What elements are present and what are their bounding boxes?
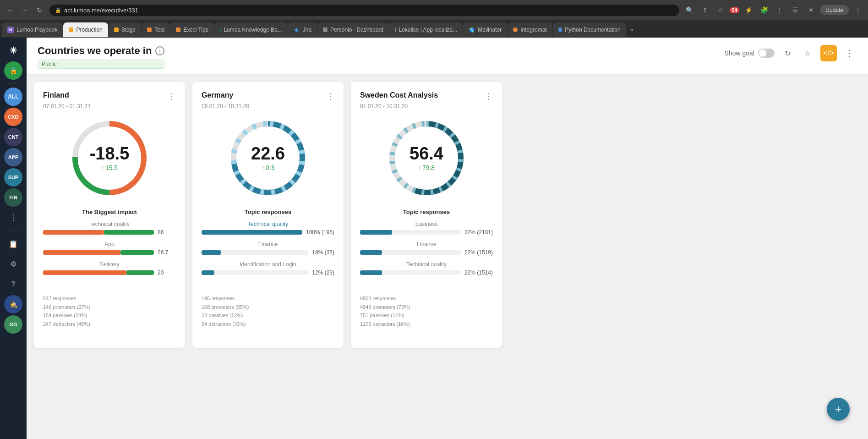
- sweden-gauge-container: 56.4 ↑ 79.8: [360, 117, 493, 199]
- tab-lokalise[interactable]: Lokalise | App localiza...: [389, 22, 463, 37]
- germany-menu[interactable]: ⋮: [326, 91, 334, 101]
- finland-topic-2-bar-row: 28.7: [43, 249, 176, 256]
- sidebar-item-app[interactable]: APP: [4, 148, 22, 166]
- tab-label-production: Production: [76, 27, 102, 33]
- finland-menu[interactable]: ⋮: [168, 91, 176, 101]
- more-options-button[interactable]: ⋮: [852, 4, 864, 16]
- sweden-topic-1-bar: [360, 230, 392, 235]
- sidebar-item-cnt[interactable]: CNT: [4, 128, 22, 146]
- finland-topic-1-bar-row: 86: [43, 229, 176, 236]
- sweden-date: 01.01.20 - 10.31.20: [360, 103, 493, 110]
- sidebar-item-all[interactable]: ALL: [4, 88, 22, 106]
- finland-stat-2: 146 promoters (27%): [43, 303, 176, 312]
- tab-python[interactable]: Python Documentation: [553, 22, 626, 37]
- search-button[interactable]: 🔍: [683, 4, 696, 16]
- sidebar-sun-icon[interactable]: ☀: [4, 41, 22, 60]
- menu-button[interactable]: ⋮: [773, 4, 786, 16]
- finland-card: Finland ⋮ 07.01.20 - 01.31.21 -18.5: [34, 82, 185, 348]
- tab-label-mailinator: Mailinator: [478, 27, 502, 33]
- germany-topic-2-name: Finance: [202, 241, 334, 247]
- tab-mailinator[interactable]: 🌎 Mailinator: [463, 22, 507, 37]
- notification-badge: 54: [730, 7, 739, 13]
- sidebar-item-cxd[interactable]: CXD: [4, 108, 22, 126]
- germany-stats: 195 responses 108 promoters (55%) 23 pas…: [202, 294, 334, 329]
- visibility-badge: Public: [38, 60, 164, 69]
- sidebar-mask-icon[interactable]: 🕵: [4, 295, 22, 313]
- tab-test[interactable]: Test: [142, 22, 170, 37]
- address-bar[interactable]: 🔒 act.lumoa.me/executive/331: [49, 5, 679, 16]
- finland-title: Finland: [43, 91, 69, 99]
- tab-lumoa-kb[interactable]: Lumoa Knowledge Ba...: [214, 22, 288, 37]
- tab-integromat[interactable]: Integromat: [508, 22, 552, 37]
- sweden-topic-1: Easiness 32% (2181): [360, 221, 493, 236]
- sweden-topic-2-name: Finance: [360, 241, 493, 247]
- tab-favicon-jira: ◆: [294, 27, 300, 33]
- sweden-topic-2-bar: [360, 250, 382, 255]
- refresh-button[interactable]: ↻: [780, 46, 795, 60]
- finland-topic-2: App 28.7: [43, 241, 176, 256]
- extension-button[interactable]: ⚡: [742, 4, 755, 16]
- more-options-header-button[interactable]: ⋮: [842, 46, 857, 60]
- sweden-topic-1-bar-row: 32% (2181): [360, 229, 493, 236]
- browser-actions: 🔍 ⇑ ☆ 54 ⚡ 🧩 ⋮ ☰ ☀ Update ⋮: [683, 4, 864, 16]
- finland-topic-1-name: Technical quality: [43, 221, 176, 227]
- tabs-more-button[interactable]: »: [627, 27, 637, 33]
- tab-production[interactable]: Production: [63, 22, 108, 37]
- share-browser-button[interactable]: ⇑: [699, 4, 711, 16]
- update-button[interactable]: Update: [820, 5, 849, 15]
- page-title-section: Countries we operate in i Public: [38, 45, 164, 69]
- sweden-stat-2: 4949 promoters (73%): [360, 303, 493, 312]
- sweden-topic-1-bar-bg: [360, 230, 461, 235]
- sidebar-toggle[interactable]: ☰: [789, 4, 802, 16]
- sidebar-settings-icon[interactable]: ⚙: [4, 255, 22, 273]
- germany-topic-1-bar-bg: [202, 230, 302, 235]
- url-text: act.lumoa.me/executive/331: [64, 7, 138, 14]
- germany-stat-1: 195 responses: [202, 294, 334, 303]
- germany-topic-1-bar-row: 100% (195): [202, 229, 334, 236]
- reload-button[interactable]: ↻: [33, 4, 46, 16]
- germany-trend-value: 0.3: [266, 164, 274, 171]
- sweden-menu[interactable]: ⋮: [485, 91, 493, 101]
- bookmark-button[interactable]: ☆: [714, 4, 727, 16]
- sidebar-reports-icon[interactable]: 📋: [4, 235, 22, 253]
- tab-label-jira: Jira: [303, 27, 311, 33]
- finland-topic-3-value: 20: [158, 269, 176, 276]
- star-button[interactable]: ☆: [800, 46, 815, 60]
- sidebar-item-fin[interactable]: FIN: [4, 188, 22, 207]
- tab-jira[interactable]: ◆ Jira: [288, 22, 317, 37]
- sweden-card: Sweden Cost Analysis ⋮ 01.01.20 - 10.31.…: [351, 82, 502, 348]
- tab-excel[interactable]: Excel Tips: [170, 22, 214, 37]
- tab-lumoa-playbook[interactable]: N Lumoa Playbook: [2, 22, 63, 37]
- fab-button[interactable]: +: [827, 398, 850, 421]
- germany-date: 06.01.20 - 10.31.20: [202, 103, 334, 110]
- back-button[interactable]: ←: [4, 4, 16, 16]
- germany-topic-3: Identification and Login 12% (23): [202, 261, 334, 276]
- finland-topic-3-bar-row: 20: [43, 269, 176, 276]
- tab-stage[interactable]: Stage: [109, 22, 141, 37]
- puzzle-button[interactable]: 🧩: [758, 4, 770, 16]
- forward-button[interactable]: →: [18, 4, 31, 16]
- show-goal-toggle[interactable]: [758, 49, 775, 58]
- germany-trend: ↑ 0.3: [251, 164, 285, 171]
- sidebar-help-icon[interactable]: ?: [4, 275, 22, 293]
- share-button[interactable]: </>: [820, 45, 837, 61]
- sidebar-more-dots[interactable]: ⋮: [4, 209, 22, 227]
- sweden-topic-2-bar-bg: [360, 250, 461, 255]
- tab-favicon-kb: [220, 27, 221, 32]
- sweden-topic-3-bar: [360, 270, 382, 275]
- sidebar-lock-icon[interactable]: 🔒: [4, 61, 22, 80]
- sidebar-item-sup[interactable]: SUP: [4, 168, 22, 187]
- sidebar-item-gg[interactable]: GG: [4, 315, 22, 334]
- finland-topic-3-name: Delivery: [43, 261, 176, 268]
- tab-personio[interactable]: Personio · Dashboard: [317, 22, 389, 37]
- sun-browser-icon[interactable]: ☀: [804, 4, 817, 16]
- tabs-bar: N Lumoa Playbook Production Stage Test E…: [0, 20, 868, 38]
- nav-buttons: ← → ↻: [4, 4, 46, 16]
- germany-topic-3-name: Identification and Login: [202, 261, 334, 268]
- app-layout: ☀ 🔒 ALL CXD CNT APP SUP FIN ⋮ 📋 ⚙ ? 🕵 GG…: [0, 38, 868, 439]
- finland-topic-3-bar-green: [126, 270, 154, 275]
- finland-topic-2-bar-bg: [43, 250, 154, 255]
- info-icon[interactable]: i: [155, 46, 164, 55]
- sweden-gauge-value: 56.4 ↑ 79.8: [409, 145, 443, 171]
- tab-favicon-excel: [176, 27, 180, 32]
